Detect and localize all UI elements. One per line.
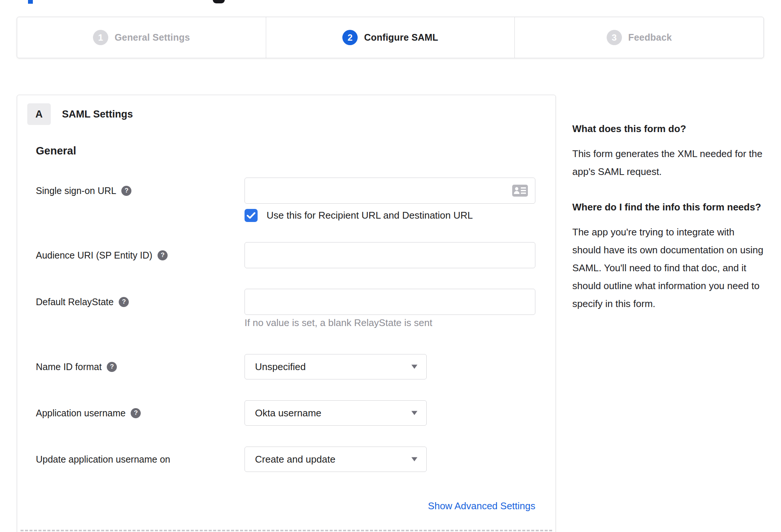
step-label: Feedback: [628, 32, 672, 43]
field-row-default-relaystate: Default RelayState ?: [36, 289, 535, 315]
clipped-header-logo: [213, 0, 225, 3]
step-feedback[interactable]: 3 Feedback: [515, 17, 763, 58]
field-label: Default RelayState: [36, 297, 113, 307]
update-application-username-select[interactable]: Create and update: [245, 447, 427, 472]
field-label: Single sign-on URL: [36, 185, 116, 196]
contact-card-icon[interactable]: [512, 185, 528, 197]
field-label: Name ID format: [36, 362, 102, 372]
step-configure-saml[interactable]: 2 Configure SAML: [266, 17, 515, 58]
field-row-update-application-username: Update application username on Create an…: [36, 447, 535, 472]
default-relaystate-input[interactable]: [245, 289, 535, 315]
relaystate-helper-text: If no value is set, a blank RelayState i…: [245, 317, 432, 329]
single-sign-on-url-input[interactable]: [245, 178, 535, 204]
help-icon[interactable]: ?: [107, 362, 117, 372]
help-icon[interactable]: ?: [119, 297, 129, 307]
sidebar-paragraph-what: This form generates the XML needed for t…: [572, 145, 763, 181]
help-icon[interactable]: ?: [131, 408, 141, 418]
field-row-single-sign-on-url: Single sign-on URL ?: [36, 178, 535, 204]
recipient-url-checkbox-row: Use this for Recipient URL and Destinati…: [245, 209, 473, 222]
help-sidebar: What does this form do? This form genera…: [572, 120, 763, 331]
checkmark-icon: [247, 212, 255, 219]
panel-header: A SAML Settings: [27, 103, 133, 125]
field-row-audience-uri: Audience URI (SP Entity ID) ?: [36, 242, 535, 268]
audience-uri-input[interactable]: [245, 242, 535, 268]
chevron-down-icon: [411, 411, 417, 415]
clipped-header-accent: [28, 0, 33, 4]
field-row-application-username: Application username ? Okta username: [36, 400, 535, 426]
sidebar-heading-where: Where do I find the info this form needs…: [572, 198, 763, 216]
application-username-select[interactable]: Okta username: [245, 400, 427, 426]
section-badge: A: [27, 103, 51, 125]
step-label: Configure SAML: [364, 32, 438, 43]
section-title: SAML Settings: [62, 109, 133, 120]
help-icon[interactable]: ?: [158, 250, 168, 260]
step-number-badge: 3: [607, 30, 622, 45]
wizard-stepper: 1 General Settings 2 Configure SAML 3 Fe…: [17, 17, 764, 58]
saml-settings-panel: A SAML Settings General Single sign-on U…: [17, 95, 556, 532]
use-for-recipient-checkbox[interactable]: [245, 209, 258, 222]
name-id-format-select[interactable]: Unspecified: [245, 354, 427, 379]
field-label: Update application username on: [36, 454, 170, 465]
field-label: Application username: [36, 408, 125, 419]
step-general-settings[interactable]: 1 General Settings: [17, 17, 266, 58]
sidebar-heading-what: What does this form do?: [572, 120, 763, 137]
select-value: Okta username: [255, 407, 321, 419]
select-value: Unspecified: [255, 361, 306, 373]
chevron-down-icon: [411, 365, 417, 369]
show-advanced-settings-link[interactable]: Show Advanced Settings: [428, 500, 535, 512]
checkbox-label: Use this for Recipient URL and Destinati…: [267, 210, 473, 221]
step-label: General Settings: [115, 32, 190, 43]
step-number-badge: 2: [342, 30, 358, 45]
field-row-name-id-format: Name ID format ? Unspecified: [36, 354, 535, 379]
section-divider: [21, 530, 552, 531]
sidebar-paragraph-where: The app you're trying to integrate with …: [572, 223, 763, 313]
chevron-down-icon: [411, 457, 417, 461]
select-value: Create and update: [255, 454, 335, 465]
step-number-badge: 1: [93, 30, 108, 45]
help-icon[interactable]: ?: [121, 186, 131, 196]
field-label: Audience URI (SP Entity ID): [36, 250, 152, 261]
group-heading: General: [36, 145, 76, 157]
